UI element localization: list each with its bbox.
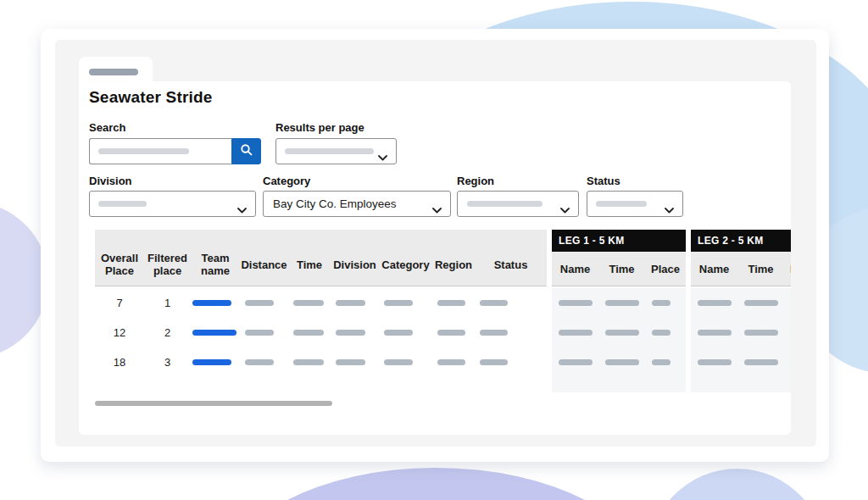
search-button[interactable] <box>231 138 261 164</box>
table-row <box>691 347 791 377</box>
results-main-columns: Overall Place Filtered place Team name D… <box>95 230 547 392</box>
time-placeholder <box>605 359 639 365</box>
column-header: Region <box>432 258 475 271</box>
name-placeholder <box>559 359 593 365</box>
distance-placeholder <box>245 300 274 306</box>
category-placeholder <box>384 359 413 365</box>
name-placeholder <box>559 300 593 306</box>
chevron-down-icon <box>432 202 442 217</box>
division-placeholder <box>336 359 365 365</box>
division-placeholder <box>336 330 365 336</box>
region-select[interactable] <box>457 191 579 217</box>
selected-value-placeholder <box>285 148 374 154</box>
time-placeholder <box>744 359 778 365</box>
filtered-place-value: 3 <box>144 356 191 369</box>
column-header: Time <box>598 263 645 275</box>
region-placeholder <box>437 330 465 336</box>
page-title: Seawater Stride <box>89 88 213 107</box>
tab-label-placeholder <box>89 69 138 75</box>
team-name-link-placeholder[interactable] <box>192 330 236 336</box>
place-placeholder <box>652 300 670 306</box>
table-row: 7 1 <box>95 288 547 318</box>
category-placeholder <box>384 330 413 336</box>
time-placeholder <box>605 300 639 306</box>
table-row <box>691 318 791 347</box>
results-panel: Seawater Stride Search Results per page <box>55 40 816 447</box>
category-label: Category <box>263 175 310 187</box>
table-row <box>552 347 686 377</box>
table-row <box>691 288 791 318</box>
column-header: Filtered place <box>144 252 191 277</box>
column-header: Place <box>645 263 686 275</box>
filtered-place-value: 2 <box>144 326 191 339</box>
division-label: Division <box>89 175 132 187</box>
search-icon <box>240 143 253 160</box>
distance-placeholder <box>245 330 274 336</box>
time-placeholder <box>605 330 639 336</box>
region-placeholder <box>437 300 465 306</box>
time-placeholder <box>293 330 324 336</box>
status-select[interactable] <box>587 191 683 217</box>
overall-place-value: 7 <box>95 297 144 309</box>
place-placeholder <box>652 359 670 365</box>
column-header: Category <box>379 258 432 271</box>
division-placeholder <box>336 300 365 306</box>
category-selected-value: Bay City Co. Employees <box>264 197 397 210</box>
column-header: Time <box>737 263 784 275</box>
column-header: Distance <box>240 258 288 271</box>
time-placeholder <box>293 300 324 306</box>
table-row: 18 3 <box>95 347 547 377</box>
category-select[interactable]: Bay City Co. Employees <box>263 191 451 217</box>
results-per-page-label: Results per page <box>275 121 364 134</box>
search-input[interactable] <box>89 138 231 164</box>
region-placeholder <box>437 359 465 365</box>
division-select[interactable] <box>89 191 256 217</box>
name-placeholder <box>698 300 732 306</box>
results-per-page-select[interactable] <box>275 138 397 164</box>
distance-placeholder <box>245 359 274 365</box>
column-header: Name <box>552 263 598 275</box>
name-placeholder <box>559 330 593 336</box>
team-name-link-placeholder[interactable] <box>192 300 231 306</box>
name-placeholder <box>698 330 732 336</box>
selected-value-placeholder <box>467 201 542 207</box>
chevron-down-icon <box>560 202 570 217</box>
region-label: Region <box>457 175 494 187</box>
selected-value-placeholder <box>98 201 147 207</box>
table-row <box>552 288 686 318</box>
leg-1-header: LEG 1 - 5 KM <box>552 230 686 252</box>
app-window: Seawater Stride Search Results per page <box>41 29 829 462</box>
category-placeholder <box>384 300 413 306</box>
column-header: Time <box>288 258 331 271</box>
leg-2-header: LEG 2 - 5 KM <box>691 230 791 252</box>
team-name-link-placeholder[interactable] <box>192 359 231 365</box>
active-tab[interactable] <box>79 57 153 82</box>
status-label: Status <box>587 175 620 187</box>
time-placeholder <box>293 359 324 365</box>
time-placeholder <box>744 330 778 336</box>
place-placeholder <box>652 330 670 336</box>
time-placeholder <box>744 300 778 306</box>
horizontal-scrollbar-thumb[interactable] <box>95 401 332 406</box>
column-header: Division <box>331 258 379 271</box>
chevron-down-icon <box>378 149 387 164</box>
filtered-place-value: 1 <box>144 297 191 309</box>
column-header: Team name <box>191 252 240 277</box>
decorative-blob-bottom-right <box>646 469 828 500</box>
selected-value-placeholder <box>596 201 647 207</box>
column-header: Name <box>691 263 737 275</box>
chevron-down-icon <box>665 202 674 217</box>
leg-2-section: LEG 2 - 5 KM Name Time Place <box>691 230 791 392</box>
chevron-down-icon <box>237 202 247 217</box>
name-placeholder <box>698 359 732 365</box>
results-table: Overall Place Filtered place Team name D… <box>95 230 791 392</box>
search-value-placeholder <box>98 148 189 154</box>
leg-1-section: LEG 1 - 5 KM Name Time Place <box>552 230 686 392</box>
table-row: 12 2 <box>95 318 547 347</box>
column-header: Status <box>475 258 547 271</box>
decorative-blob-bottom <box>222 468 650 500</box>
overall-place-value: 18 <box>95 356 144 369</box>
overall-place-value: 12 <box>95 326 144 339</box>
column-header: Place <box>784 263 791 275</box>
table-row <box>552 318 686 347</box>
